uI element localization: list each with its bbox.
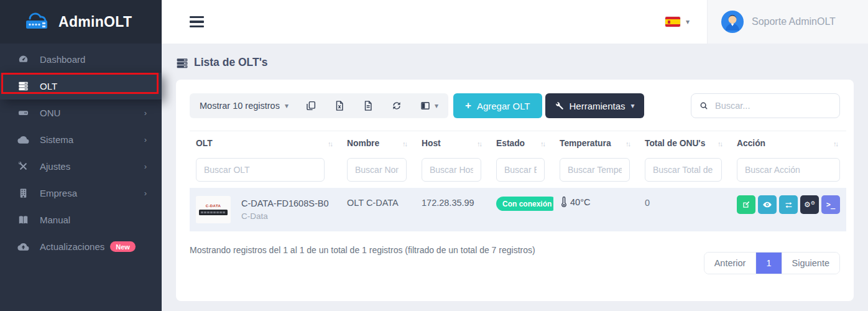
sidebar-item-olt[interactable]: OLT bbox=[0, 73, 162, 100]
sidebar-item-empresa[interactable]: Empresa › bbox=[0, 180, 162, 207]
olt-device-image: C-DATA bbox=[196, 196, 231, 223]
column-header-accion[interactable]: Acción↑↓ bbox=[731, 131, 846, 154]
sidebar-item-manual[interactable]: Manual bbox=[0, 207, 162, 233]
pagination-page-1-button[interactable]: 1 bbox=[755, 253, 781, 274]
chevron-down-icon: ▾ bbox=[285, 101, 289, 110]
sidebar-item-label: Manual bbox=[40, 215, 70, 225]
column-visibility-button[interactable]: ▾ bbox=[420, 100, 438, 111]
table-search bbox=[691, 93, 840, 118]
pagination: Anterior 1 Siguiente bbox=[704, 252, 840, 274]
column-header-nombre[interactable]: Nombre↑↓ bbox=[341, 131, 415, 154]
search-input[interactable] bbox=[715, 101, 831, 111]
chevron-right-icon: › bbox=[144, 188, 147, 198]
sort-icon: ↑↓ bbox=[718, 140, 724, 147]
book-icon bbox=[17, 214, 29, 226]
tools-icon bbox=[17, 160, 29, 173]
terminal-icon: >_ bbox=[826, 200, 835, 209]
sidebar-item-label: Dashboard bbox=[40, 54, 85, 65]
status-badge: Con conexión bbox=[496, 197, 558, 211]
page-length-label: Mostrar 10 registros bbox=[200, 101, 280, 111]
column-header-temperatura[interactable]: Temperatura↑↓ bbox=[553, 131, 639, 154]
cloud-icon bbox=[17, 134, 29, 146]
sidebar: AdminOLT Dashboard OLT ONU bbox=[0, 0, 162, 311]
filter-cell bbox=[639, 154, 731, 188]
add-olt-label: Agregar OLT bbox=[477, 101, 530, 111]
page-length-select[interactable]: Mostrar 10 registros ▾ bbox=[200, 101, 289, 111]
column-header-total-onus[interactable]: Total de ONU's↑↓ bbox=[639, 131, 731, 154]
app-title: AdminOLT bbox=[58, 14, 132, 30]
sidebar-item-dashboard[interactable]: Dashboard bbox=[0, 46, 162, 73]
user-menu[interactable]: Soporte AdminOLT bbox=[707, 0, 868, 44]
column-header-estado[interactable]: Estado↑↓ bbox=[490, 131, 553, 154]
adminolt-logo-icon bbox=[21, 11, 52, 32]
main-content: Lista de OLT's Mostrar 10 registros ▾ bbox=[162, 44, 868, 311]
sort-icon: ↑↓ bbox=[328, 140, 335, 147]
device-logo-text: C-DATA bbox=[206, 204, 221, 208]
filter-cell bbox=[415, 154, 490, 188]
refresh-button[interactable] bbox=[391, 100, 403, 112]
cell-host: 172.28.35.99 bbox=[415, 188, 490, 231]
pagination-next-button[interactable]: Siguiente bbox=[782, 253, 839, 274]
app-logo[interactable]: AdminOLT bbox=[0, 0, 162, 44]
temperature-value: 40°C bbox=[570, 197, 590, 207]
cell-accion: ⚙⚙ >_ bbox=[731, 188, 846, 231]
plus-icon: + bbox=[465, 100, 471, 112]
sidebar-item-onu[interactable]: ONU › bbox=[0, 100, 162, 126]
sidebar-item-label: OLT bbox=[40, 81, 57, 91]
add-olt-button[interactable]: + Agregar OLT bbox=[453, 93, 542, 118]
cell-nombre: OLT C-DATA bbox=[341, 188, 415, 231]
sort-icon: ↑↓ bbox=[477, 140, 484, 147]
filter-accion-input[interactable] bbox=[737, 158, 840, 182]
olt-model: C-DATA-FD1608S-B0 bbox=[241, 198, 328, 208]
edit-olt-button[interactable] bbox=[737, 195, 755, 214]
sidebar-item-label: Ajustes bbox=[40, 161, 70, 172]
table-footer: Mostrando registros del 1 al 1 de un tot… bbox=[190, 244, 840, 274]
table-controls-group: Mostrar 10 registros ▾ ▾ bbox=[190, 93, 448, 118]
sidebar-nav: Dashboard OLT ONU › S bbox=[0, 44, 162, 260]
column-header-host[interactable]: Host↑↓ bbox=[415, 131, 490, 154]
chevron-down-icon: ▾ bbox=[631, 101, 635, 110]
filter-nombre-input[interactable] bbox=[347, 158, 407, 182]
sort-icon: ↑↓ bbox=[402, 140, 409, 147]
export-file-button[interactable] bbox=[362, 100, 374, 112]
sort-icon: ↑↓ bbox=[833, 140, 840, 147]
sidebar-item-sistema[interactable]: Sistema › bbox=[0, 126, 162, 153]
chevron-down-icon: ▾ bbox=[435, 101, 438, 110]
filter-total-onus-input[interactable] bbox=[645, 158, 722, 182]
page-title-text: Lista de OLT's bbox=[194, 56, 268, 69]
new-badge: New bbox=[110, 241, 136, 252]
copy-button[interactable] bbox=[305, 100, 317, 112]
page-title: Lista de OLT's bbox=[176, 56, 854, 69]
menu-toggle-button[interactable] bbox=[190, 16, 204, 28]
cogs-icon: ⚙⚙ bbox=[804, 200, 815, 209]
filter-olt-input[interactable] bbox=[196, 158, 325, 182]
cell-total-onus: 0 bbox=[639, 188, 731, 231]
column-header-olt[interactable]: OLT↑↓ bbox=[190, 131, 341, 154]
cell-temperatura: 40°C bbox=[553, 188, 639, 231]
chevron-down-icon: ▾ bbox=[686, 17, 690, 26]
sidebar-item-actualizaciones[interactable]: Actualizaciones New bbox=[0, 233, 162, 260]
pagination-previous-button[interactable]: Anterior bbox=[704, 253, 756, 274]
sidebar-item-label: Empresa bbox=[40, 188, 77, 198]
sidebar-item-ajustes[interactable]: Ajustes › bbox=[0, 153, 162, 180]
topbar: ▾ Soporte AdminOLT bbox=[162, 0, 868, 44]
filter-host-input[interactable] bbox=[422, 158, 481, 182]
filter-temperatura-input[interactable] bbox=[560, 158, 630, 182]
wrench-icon bbox=[555, 101, 564, 111]
tools-dropdown-button[interactable]: Herramientas ▾ bbox=[545, 93, 644, 118]
records-summary: Mostrando registros del 1 al 1 de un tot… bbox=[190, 244, 535, 255]
chevron-right-icon: › bbox=[144, 108, 147, 118]
configure-olt-button[interactable]: ⚙⚙ bbox=[800, 195, 819, 214]
server-icon bbox=[176, 57, 188, 69]
spain-flag-icon bbox=[665, 17, 680, 27]
tools-label: Herramientas bbox=[570, 101, 626, 111]
language-dropdown[interactable]: ▾ bbox=[665, 17, 690, 27]
view-olt-button[interactable] bbox=[758, 195, 777, 214]
export-excel-button[interactable] bbox=[334, 100, 346, 112]
terminal-olt-button[interactable]: >_ bbox=[821, 195, 840, 214]
filter-cell bbox=[341, 154, 415, 188]
filter-estado-input[interactable] bbox=[496, 158, 545, 182]
exchange-olt-button[interactable] bbox=[779, 195, 798, 214]
sidebar-item-label: ONU bbox=[40, 108, 60, 118]
olt-brand: C-Data bbox=[241, 211, 328, 221]
